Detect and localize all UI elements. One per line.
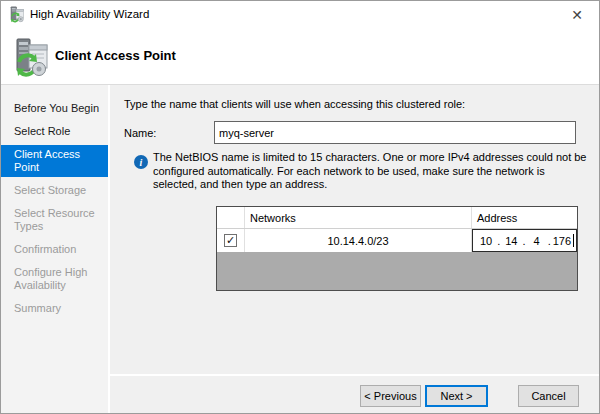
header-address: Address — [472, 207, 577, 228]
info-icon: i — [134, 155, 148, 169]
sidebar-item-before-you-begin[interactable]: Before You Begin — [1, 99, 108, 118]
content-area: Type the name that clients will use when… — [110, 85, 599, 374]
next-button[interactable]: Next > — [425, 385, 488, 407]
instruction-text: Type the name that clients will use when… — [124, 98, 465, 110]
sidebar-item-select-resource-types: Select Resource Types — [1, 204, 108, 236]
ip-octet-2[interactable]: 14 — [500, 235, 522, 247]
client-access-point-icon — [10, 36, 50, 80]
text-caret — [573, 234, 574, 247]
table-empty-area — [217, 252, 577, 290]
close-button[interactable]: ✕ — [565, 3, 589, 27]
network-checkbox-cell: ✓ — [217, 229, 245, 252]
button-bar: < Previous Next > Cancel — [110, 376, 599, 413]
ip-octet-3[interactable]: 4 — [526, 235, 548, 247]
ip-octet-4[interactable]: 176 — [551, 235, 573, 247]
sidebar-item-select-role[interactable]: Select Role — [1, 122, 108, 141]
network-name-cell[interactable]: 10.14.4.0/23 — [245, 229, 472, 252]
previous-button[interactable]: < Previous — [360, 385, 421, 407]
sidebar-item-configure-high-availability: Configure High Availability — [1, 263, 108, 295]
wizard-header: Client Access Point — [1, 29, 599, 85]
name-input[interactable] — [214, 121, 576, 144]
sidebar-item-select-storage: Select Storage — [1, 181, 108, 200]
networks-table-header: Networks Address — [217, 207, 577, 229]
header-networks: Networks — [245, 207, 472, 228]
networks-table: Networks Address ✓ 10.14.4.0/23 10 . 14 … — [216, 206, 578, 291]
window-title: High Availability Wizard — [30, 8, 149, 20]
wizard-app-icon — [8, 6, 25, 23]
wizard-steps-sidebar: Before You Begin Select Role Client Acce… — [1, 85, 108, 413]
high-availability-wizard-window: High Availability Wizard ✕ Client Access… — [0, 0, 600, 414]
name-label: Name: — [124, 127, 156, 139]
network-checkbox[interactable]: ✓ — [224, 234, 237, 247]
ip-octet-1[interactable]: 10 — [475, 235, 497, 247]
check-icon: ✓ — [226, 235, 235, 246]
page-title: Client Access Point — [55, 48, 176, 63]
netbios-info-text: The NetBIOS name is limited to 15 charac… — [153, 151, 587, 192]
sidebar-item-confirmation: Confirmation — [1, 240, 108, 259]
sidebar-item-summary: Summary — [1, 299, 108, 318]
address-cell: 10 . 14 . 4 . 176 — [472, 229, 577, 252]
cancel-button[interactable]: Cancel — [518, 385, 579, 407]
close-icon: ✕ — [571, 7, 583, 23]
title-bar: High Availability Wizard ✕ — [1, 1, 599, 29]
info-icon-glyph: i — [140, 157, 143, 168]
network-row[interactable]: ✓ 10.14.4.0/23 10 . 14 . 4 . 176 — [217, 229, 577, 252]
sidebar-item-client-access-point[interactable]: Client Access Point — [1, 145, 108, 177]
header-checkbox-column — [217, 207, 245, 228]
ip-address-input[interactable]: 10 . 14 . 4 . 176 — [472, 229, 577, 252]
